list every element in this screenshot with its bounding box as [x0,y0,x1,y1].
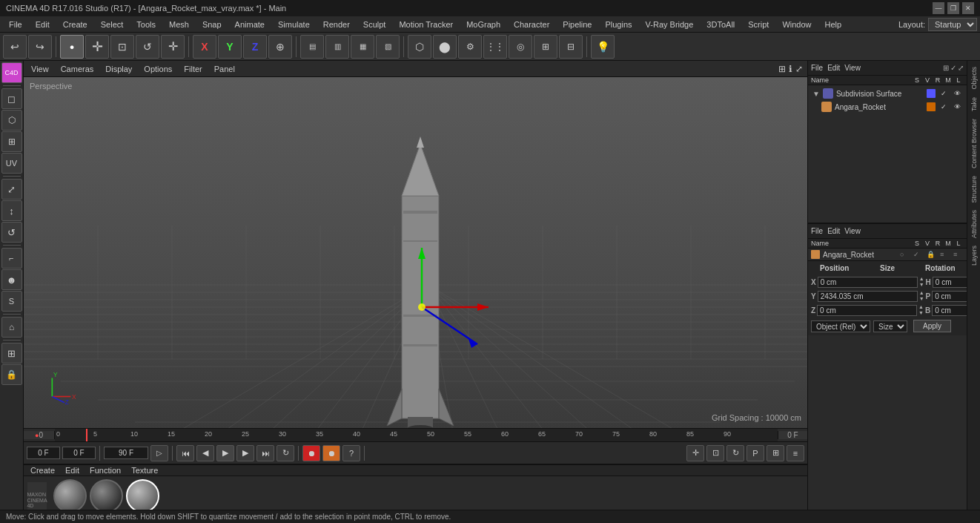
attr-view-menu[interactable]: View [844,227,861,235]
vp-cameras[interactable]: Cameras [58,63,97,75]
menu-mograph[interactable]: MoGraph [460,19,506,30]
menu-simulate[interactable]: Simulate [272,19,316,30]
move-tool-button[interactable]: ✛ [85,35,109,59]
display-solid-button[interactable]: ◎ [509,35,532,59]
obj-view-menu[interactable]: View [844,64,861,72]
menu-motion-tracker[interactable]: Motion Tracker [393,19,459,30]
x-axis-button[interactable]: X [193,35,216,59]
z-axis-button[interactable]: Z [243,35,267,59]
render-region-button[interactable]: ▤ [300,35,324,59]
coord-pos-z-up[interactable]: ▲ [918,304,924,310]
obj-expand-arrow[interactable]: ▼ [812,90,820,98]
pb-range-button[interactable]: ▷ [150,445,168,461]
left-tool2-button[interactable]: ☻ [1,269,22,290]
left-tool1-button[interactable]: ⌐ [1,248,22,269]
left-points-button[interactable]: ◻ [1,88,22,109]
left-tool3-button[interactable]: S [1,291,22,312]
pb-icon4[interactable]: P [746,445,764,461]
current-frame-field[interactable] [27,447,60,459]
display-wire-button[interactable]: ⊞ [534,35,557,59]
pb-first-frame[interactable]: ⏮ [176,445,194,461]
coord-pos-x-down[interactable]: ▼ [919,282,924,288]
mat-texture[interactable]: Texture [129,465,160,476]
mat-edit[interactable]: Edit [63,465,82,476]
menu-mesh[interactable]: Mesh [163,19,195,30]
pb-icon6[interactable]: ≡ [787,445,804,461]
obj-edit-menu[interactable]: Edit [827,64,840,72]
coord-pos-y-up[interactable]: ▲ [919,290,924,296]
coord-size-dropdown[interactable]: Size [873,320,907,332]
menu-plugins[interactable]: Plugins [599,19,638,30]
left-edges-button[interactable]: ⬡ [1,110,22,131]
minimize-button[interactable]: — [933,2,944,14]
left-lock-button[interactable]: 🔒 [1,364,22,385]
render-anim-button[interactable]: ▦ [351,35,374,59]
attr-edit-menu[interactable]: Edit [827,227,840,235]
mat-function[interactable]: Function [87,465,123,476]
menu-3dtoall[interactable]: 3DToAll [701,19,741,30]
timeline-ruler[interactable]: 0 5 10 15 20 25 30 35 40 45 50 55 60 65 … [55,429,778,441]
left-brush-button[interactable]: ⌂ [1,317,22,338]
obj-subdiv-eye[interactable]: 👁 [952,90,962,97]
vp-view[interactable]: View [28,63,52,75]
menu-sculpt[interactable]: Sculpt [357,19,392,30]
menu-script[interactable]: Script [742,19,775,30]
pb-icon2[interactable]: ⊡ [706,445,724,461]
end-frame-field[interactable] [104,447,148,459]
left-move-button[interactable]: ↕ [1,200,22,221]
menu-character[interactable]: Character [508,19,555,30]
obj-angara-checkmark[interactable]: ✓ [938,103,949,111]
attr-file-menu[interactable]: File [811,227,823,235]
menu-create[interactable]: Create [57,19,93,30]
tab-attributes[interactable]: Attributes [969,207,979,241]
display-sphere-button[interactable]: ⬤ [433,35,457,59]
display-dots-button[interactable]: ⋮⋮ [483,35,507,59]
left-polys-button[interactable]: ⊞ [1,131,22,152]
pb-record-anim[interactable]: ⏺ [322,445,340,461]
pb-icon3[interactable]: ↻ [726,445,744,461]
tab-structure[interactable]: Structure [969,173,979,206]
pb-next-frame[interactable]: ▶ [236,445,254,461]
vp-filter[interactable]: Filter [181,63,205,75]
pb-last-frame[interactable]: ⏭ [256,445,274,461]
menu-animate[interactable]: Animate [229,19,271,30]
pb-prev-frame[interactable]: ◀ [196,445,214,461]
left-logo-button[interactable]: C4D [1,62,22,83]
coord-pos-z-down[interactable]: ▼ [918,310,924,316]
tab-layers[interactable]: Layers [969,243,979,269]
display-cube-button[interactable]: ⬡ [408,35,431,59]
menu-help[interactable]: Help [819,19,848,30]
tab-take[interactable]: Take [969,94,979,114]
coord-pos-z[interactable] [817,305,917,316]
obj-file-menu[interactable]: File [811,64,823,72]
vp-maximize-icon[interactable]: ⤢ [795,64,803,74]
pb-record-help[interactable]: ? [342,445,360,461]
left-select-button[interactable]: ⤢ [1,179,22,200]
display-gear-button[interactable]: ⚙ [458,35,482,59]
tab-content-browser[interactable]: Content Browser [969,116,979,171]
coord-mode-dropdown[interactable]: Object (Rel) World [811,320,870,332]
display-isoparm-button[interactable]: ⊟ [559,35,583,59]
pb-record[interactable]: ⏺ [302,445,320,461]
undo-button[interactable]: ↩ [3,35,27,59]
menu-edit[interactable]: Edit [30,19,56,30]
scale-tool-button[interactable]: ⊡ [110,35,134,59]
obj-angara-eye[interactable]: 👁 [952,103,962,111]
obj-expand-icon[interactable]: ⤢ [958,64,964,72]
maximize-button[interactable]: ❐ [947,2,959,14]
left-uvw-button[interactable]: UV [1,153,22,174]
light-button[interactable]: 💡 [591,35,615,59]
coord-pos-x-up[interactable]: ▲ [919,276,924,282]
pb-loop[interactable]: ↻ [277,445,294,461]
vp-panel[interactable]: Panel [211,63,238,75]
tab-objects[interactable]: Objects [969,64,979,93]
left-rotate-button[interactable]: ↺ [1,222,22,243]
menu-file[interactable]: File [3,19,28,30]
world-coord-button[interactable]: ⊕ [268,35,292,59]
vp-options[interactable]: Options [141,63,175,75]
close-button[interactable]: ✕ [962,2,974,14]
menu-select[interactable]: Select [95,19,130,30]
mat-create[interactable]: Create [28,465,57,476]
obj-checkmark-icon[interactable]: ✓ [950,64,956,72]
current-frame-field2[interactable] [62,447,96,459]
